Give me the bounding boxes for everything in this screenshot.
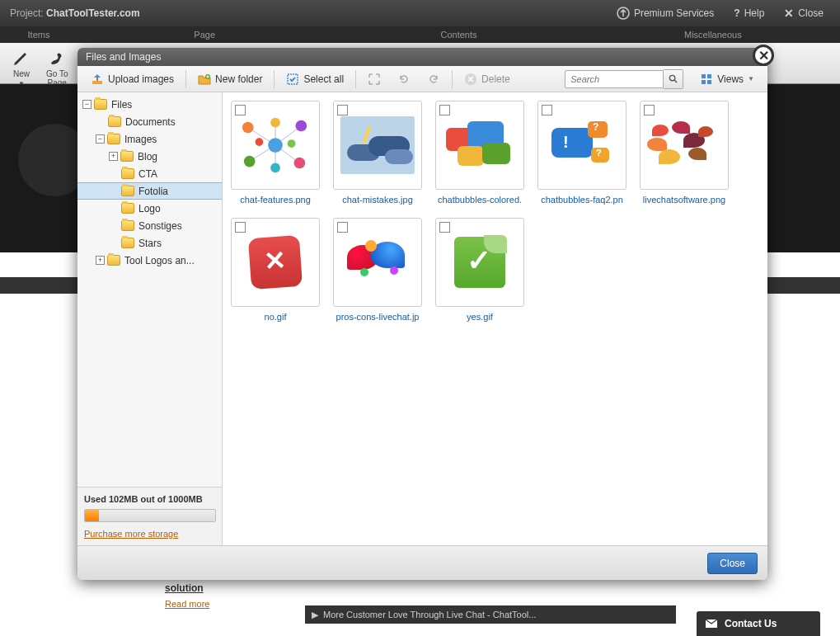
tree-item-logo[interactable]: Logo [77,200,222,217]
main-menu-tabs: Items Page Contents Miscellaneous [0,26,840,43]
brush-icon [47,48,67,68]
file-thumb[interactable]: no.gif [231,218,320,322]
svg-point-22 [295,120,307,132]
new-button[interactable]: New ▼ [7,46,36,89]
folder-icon [107,255,120,266]
rotate-left-button[interactable] [391,69,417,89]
tree-label: Stars [138,238,218,249]
svg-point-26 [270,163,280,173]
expand-icon [368,73,381,86]
tree-item-fotolia[interactable]: Fotolia [77,182,222,200]
premium-services-link[interactable]: Premium Services [610,3,720,23]
contact-us-tab[interactable]: Contact Us [697,611,820,636]
tab-page[interactable]: Page [77,26,331,43]
tree-expander-icon[interactable]: + [96,256,105,265]
svg-point-21 [242,122,254,134]
app-close-button[interactable]: ✕ Close [777,3,830,23]
file-name-label: yes.gif [435,312,524,322]
read-more-link[interactable]: Read more [165,599,209,609]
tree-label: Blog [138,151,218,163]
tab-items[interactable]: Items [0,26,77,43]
select-checkbox[interactable] [644,105,655,115]
select-checkbox[interactable] [235,105,246,115]
video-title: More Customer Love Through Live Chat - C… [323,610,536,620]
tree-label: CTA [138,168,218,180]
tree-item-stars[interactable]: Stars [77,234,222,252]
dialog-body: −FilesDocuments−Images+BlogCTAFotoliaLog… [77,92,767,545]
file-thumb[interactable]: !??chatbubbles-faq2.pn [537,101,626,205]
select-all-icon [286,73,299,86]
close-button[interactable]: Close [707,553,758,574]
tree-label: Tool Logos an... [124,255,218,266]
separator [185,70,186,88]
svg-point-25 [270,118,280,128]
expand-button[interactable] [361,69,387,89]
file-thumb[interactable]: yes.gif [435,218,524,322]
tree-label: Files [111,99,218,111]
file-name-label: chatbubbles-colored. [435,195,524,205]
rotate-right-button[interactable] [420,69,447,89]
tree-item-files[interactable]: −Files [77,96,222,113]
rotate-right-icon [427,73,440,86]
file-thumb[interactable]: chat-mistakes.jpg [333,101,422,205]
file-thumb[interactable]: chat-features.png [231,101,320,205]
thumb-preview-box [333,101,422,190]
file-thumb[interactable]: livechatsoftware.png [640,101,729,205]
svg-point-9 [670,75,675,80]
file-thumb[interactable]: chatbubbles-colored. [435,101,524,205]
folder-icon [107,134,120,144]
tree-item-documents[interactable]: Documents [77,113,222,130]
select-checkbox[interactable] [542,105,552,115]
svg-rect-11 [707,74,711,78]
tree-item-blog[interactable]: +Blog [77,148,222,165]
tree-expander-icon[interactable]: − [82,100,92,109]
folder-icon [121,238,134,248]
select-checkbox[interactable] [439,222,450,233]
file-name-label: chat-mistakes.jpg [333,195,422,205]
new-folder-button[interactable]: New folder [191,69,269,89]
tree-item-cta[interactable]: CTA [77,165,222,182]
select-checkbox[interactable] [235,222,246,233]
delete-label: Delete [481,73,510,85]
dialog-close-x[interactable]: ✕ [753,45,774,66]
folder-icon [121,220,134,231]
help-label: Help [744,7,765,19]
select-checkbox[interactable] [337,105,348,115]
contact-label: Contact Us [725,618,777,629]
select-checkbox[interactable] [337,222,348,233]
article-title-line[interactable]: solution [165,582,209,594]
file-thumb[interactable]: pros-cons-livechat.jp [333,218,422,322]
tree-label: Images [124,134,218,145]
views-dropdown[interactable]: Views ▼ [693,69,761,89]
file-name-label: livechatsoftware.png [640,195,729,205]
tree-item-sonstiges[interactable]: Sonstiges [77,217,222,234]
rotate-left-icon [397,73,411,86]
thumb-preview-box [333,218,422,307]
views-label: Views [717,73,744,85]
thumb-preview-box [231,218,320,307]
purchase-storage-link[interactable]: Purchase more storage [84,529,216,539]
file-explorer: chat-features.pngchat-mistakes.jpgchatbu… [223,92,767,545]
search-button[interactable] [664,69,683,89]
select-checkbox[interactable] [439,105,450,115]
tab-contents[interactable]: Contents [331,26,585,43]
separator [452,70,453,88]
upload-images-button[interactable]: Upload images [84,69,181,89]
app-header-bar: Project: ChatToolTester.com Premium Serv… [0,0,840,26]
close-label: Close [798,7,824,19]
select-all-button[interactable]: Select all [279,69,350,89]
video-embed-bar[interactable]: ▶ More Customer Love Through Live Chat -… [305,605,676,624]
tree-expander-icon[interactable]: + [109,152,118,161]
tab-miscellaneous[interactable]: Miscellaneous [586,26,840,43]
tree-item-images[interactable]: −Images [77,130,222,148]
file-delete-button[interactable]: Delete [458,69,517,89]
chevron-down-icon: ▼ [748,75,754,82]
search-icon [669,74,678,83]
tree-item-tool-logos-an-[interactable]: +Tool Logos an... [77,252,222,269]
tree-expander-icon[interactable]: − [96,134,105,144]
project-info: Project: ChatToolTester.com [10,7,610,19]
help-link[interactable]: ? Help [727,4,771,22]
file-name-label: pros-cons-livechat.jp [333,312,422,322]
search-input[interactable] [565,70,664,88]
storage-usage-text: Used 102MB out of 1000MB [84,494,216,504]
